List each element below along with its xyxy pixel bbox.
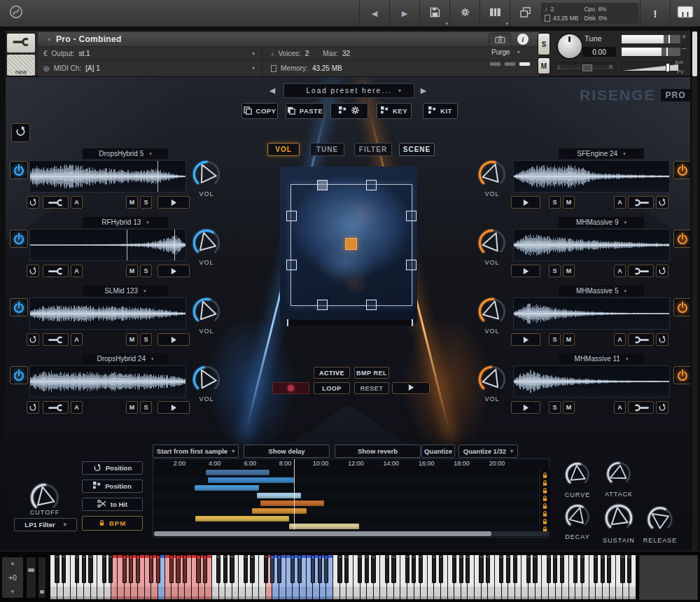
slot-tune-tool-button[interactable] — [43, 196, 69, 209]
sample-select[interactable]: MHMassive 9 — [559, 217, 644, 227]
tab-tune[interactable]: TUNE — [310, 143, 344, 156]
sample-select[interactable]: MHMassive 5 — [559, 286, 644, 296]
volume-slider[interactable] — [622, 62, 682, 72]
slot-refresh-button[interactable] — [27, 333, 39, 346]
slot-play-button[interactable] — [158, 401, 190, 414]
transpose-control[interactable]: ▲ +0 ▼ — [2, 557, 23, 598]
black-key-15[interactable] — [156, 555, 160, 583]
waveform-display[interactable] — [513, 160, 670, 192]
black-key-85[interactable] — [627, 555, 631, 583]
black-key-19[interactable] — [183, 555, 187, 583]
minimize-view-button[interactable] — [510, 0, 540, 27]
minimize-button[interactable]: – — [682, 43, 686, 52]
black-key-11[interactable] — [129, 555, 133, 583]
bpm-lock-button[interactable]: BPM — [82, 516, 143, 531]
waveform-display[interactable] — [29, 365, 186, 398]
slot-auto-button[interactable]: A — [71, 265, 83, 277]
sample-bar-5[interactable] — [260, 500, 324, 506]
filter-type-select[interactable]: LP1 Filter — [14, 518, 77, 531]
quantize-value-select[interactable]: Quantize 1/32 — [458, 444, 518, 458]
sample-bar-2[interactable] — [208, 477, 294, 483]
bmp-rel-button[interactable]: BMP REL — [354, 367, 389, 379]
black-key-71[interactable] — [533, 555, 537, 583]
slot-auto-button[interactable]: A — [71, 196, 83, 209]
output-select[interactable]: € Output: st.1 — [38, 50, 262, 57]
black-key-52[interactable] — [405, 555, 410, 583]
sustain-knob[interactable] — [601, 500, 636, 538]
pad-cursor[interactable] — [345, 238, 357, 250]
keyboard-toggle-button[interactable] — [670, 0, 700, 27]
start-mode-select[interactable]: Start from first sample — [153, 444, 239, 458]
black-key-56[interactable] — [432, 555, 436, 583]
mod-wheel-handle[interactable] — [40, 590, 44, 594]
rack-scrollbar[interactable] — [692, 31, 697, 550]
black-key-61[interactable] — [465, 555, 470, 583]
timeline-row[interactable] — [153, 476, 538, 484]
timeline-row[interactable] — [153, 507, 538, 514]
slot-play-button[interactable] — [511, 196, 540, 209]
timeline-row[interactable] — [153, 499, 538, 507]
play-button[interactable] — [392, 382, 430, 394]
slot-play-button[interactable] — [511, 333, 540, 346]
black-key-35[interactable] — [290, 555, 295, 583]
slot-tune-tool-button[interactable] — [628, 333, 654, 346]
slot-volume-knob[interactable] — [189, 225, 224, 263]
black-key-75[interactable] — [560, 555, 564, 583]
sample-bar-7[interactable] — [195, 516, 289, 522]
mod-wheel[interactable] — [38, 557, 46, 598]
black-key-29[interactable] — [250, 555, 254, 583]
pad-handle-bottom-2[interactable] — [366, 300, 377, 310]
slot-mute-button[interactable]: M — [126, 401, 138, 414]
close-button[interactable]: × — [682, 32, 686, 41]
slot-volume-knob[interactable] — [475, 225, 510, 263]
black-key-74[interactable] — [553, 555, 557, 583]
slot-mute-button[interactable]: M — [563, 333, 575, 346]
timeline-row[interactable] — [153, 491, 538, 499]
nav-back-button[interactable] — [359, 0, 389, 27]
slot-solo-button[interactable]: S — [140, 265, 152, 277]
pad-handle-top-2[interactable] — [366, 180, 377, 190]
slot-play-button[interactable] — [511, 265, 540, 277]
sample-bar-3[interactable] — [195, 485, 259, 491]
slot-auto-button[interactable]: A — [614, 333, 626, 346]
snap-to-hit-button[interactable]: to Hit — [82, 498, 143, 511]
loop-button[interactable]: LOOP — [314, 382, 350, 394]
black-key-47[interactable] — [371, 555, 375, 583]
timeline-row[interactable] — [153, 484, 538, 491]
slot-mute-button[interactable]: M — [126, 333, 138, 346]
kit-settings-button[interactable] — [330, 103, 368, 119]
black-key-77[interactable] — [573, 555, 578, 583]
slot-auto-button[interactable]: A — [614, 265, 626, 277]
quantize-button[interactable]: Quantize — [421, 444, 455, 458]
pan-handle[interactable] — [582, 64, 592, 71]
tune-knob[interactable] — [556, 33, 583, 59]
slot-volume-knob[interactable] — [475, 294, 510, 332]
black-key-57[interactable] — [439, 555, 443, 583]
black-key-82[interactable] — [607, 555, 611, 583]
pv-label[interactable]: PV — [677, 69, 684, 75]
tab-scene[interactable]: SCENE — [399, 143, 435, 156]
waveform-display[interactable] — [29, 298, 186, 330]
waveform-display[interactable] — [513, 229, 670, 261]
black-key-54[interactable] — [419, 555, 423, 583]
sample-select[interactable]: DropsHybrid 24 — [83, 354, 168, 364]
black-key-70[interactable] — [526, 555, 531, 583]
black-key-8[interactable] — [108, 555, 113, 583]
black-key-26[interactable] — [230, 555, 234, 583]
black-key-84[interactable] — [620, 555, 624, 583]
black-key-40[interactable] — [324, 555, 328, 583]
timeline-scrollbar[interactable] — [154, 531, 549, 536]
black-key-7[interactable] — [102, 555, 106, 583]
sample-select[interactable]: SLMid 123 — [83, 286, 168, 296]
slot-mute-button[interactable]: M — [563, 265, 575, 277]
slot-auto-button[interactable]: A — [614, 196, 626, 209]
slot-auto-button[interactable]: A — [614, 401, 626, 414]
slot-mute-button[interactable]: M — [126, 196, 138, 209]
black-key-38[interactable] — [311, 555, 315, 583]
preset-prev-button[interactable] — [267, 84, 278, 97]
slot-tune-tool-button[interactable] — [628, 265, 654, 277]
slot-refresh-button[interactable] — [656, 265, 668, 277]
sample-select[interactable]: DropsHybrid 5 — [83, 148, 168, 159]
black-key-1[interactable] — [62, 555, 66, 583]
transpose-down-icon[interactable]: ▼ — [10, 589, 15, 595]
